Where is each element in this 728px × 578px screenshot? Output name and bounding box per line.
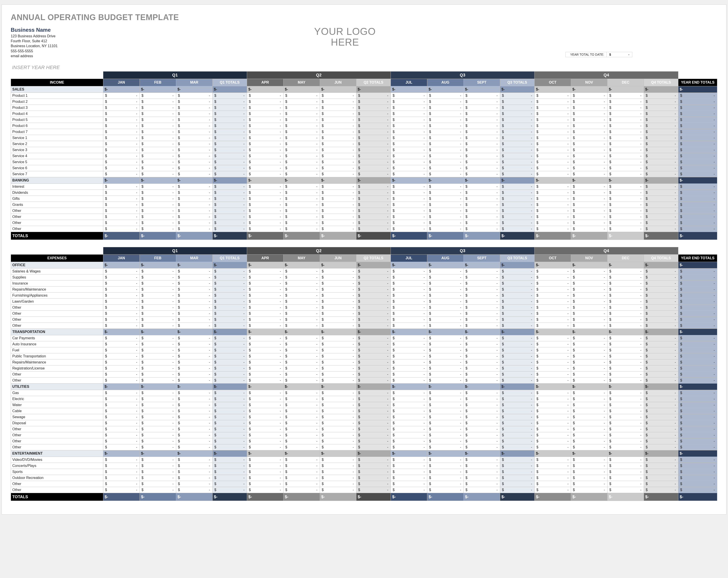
value-cell[interactable] [427, 487, 464, 493]
value-cell[interactable] [571, 432, 607, 438]
value-cell[interactable] [607, 298, 644, 305]
value-cell[interactable] [607, 335, 644, 341]
value-cell[interactable] [320, 475, 356, 481]
value-cell[interactable] [535, 493, 571, 501]
value-cell[interactable] [247, 226, 283, 232]
value-cell[interactable] [427, 274, 464, 280]
value-cell[interactable] [283, 262, 320, 268]
value-cell[interactable] [535, 274, 571, 280]
value-cell[interactable] [103, 475, 139, 481]
value-cell[interactable] [283, 402, 320, 408]
value-cell[interactable] [176, 129, 212, 135]
value-cell[interactable] [103, 105, 139, 111]
value-cell[interactable] [283, 457, 320, 463]
value-cell[interactable] [464, 171, 500, 177]
value-cell[interactable] [103, 377, 139, 383]
value-cell[interactable] [427, 305, 464, 311]
value-cell[interactable] [103, 329, 139, 335]
value-cell[interactable] [103, 359, 139, 365]
value-cell[interactable] [247, 153, 283, 159]
value-cell[interactable] [535, 353, 571, 359]
value-cell[interactable] [464, 347, 500, 353]
value-cell[interactable] [139, 402, 176, 408]
value-cell[interactable] [391, 129, 427, 135]
value-cell[interactable] [176, 123, 212, 129]
value-cell[interactable] [391, 420, 427, 426]
value-cell[interactable] [607, 86, 644, 93]
value-cell[interactable] [283, 171, 320, 177]
value-cell[interactable] [283, 153, 320, 159]
value-cell[interactable] [247, 469, 283, 475]
value-cell[interactable] [535, 341, 571, 347]
value-cell[interactable] [247, 171, 283, 177]
value-cell[interactable] [247, 371, 283, 377]
value-cell[interactable] [427, 111, 464, 117]
value-cell[interactable] [320, 232, 356, 240]
value-cell[interactable] [391, 189, 427, 195]
value-cell[interactable] [247, 117, 283, 123]
value-cell[interactable] [427, 99, 464, 105]
value-cell[interactable] [464, 335, 500, 341]
value-cell[interactable] [247, 487, 283, 493]
value-cell[interactable] [103, 226, 139, 232]
value-cell[interactable] [320, 457, 356, 463]
value-cell[interactable] [320, 286, 356, 292]
value-cell[interactable] [464, 341, 500, 347]
value-cell[interactable] [427, 159, 464, 165]
value-cell[interactable] [283, 316, 320, 322]
value-cell[interactable] [247, 475, 283, 481]
value-cell[interactable] [247, 444, 283, 450]
value-cell[interactable] [391, 305, 427, 311]
value-cell[interactable] [571, 444, 607, 450]
value-cell[interactable] [247, 383, 283, 390]
value-cell[interactable] [176, 262, 212, 268]
value-cell[interactable] [139, 195, 176, 202]
value-cell[interactable] [283, 408, 320, 414]
value-cell[interactable] [320, 450, 356, 457]
value-cell[interactable] [535, 184, 571, 189]
value-cell[interactable] [391, 475, 427, 481]
value-cell[interactable] [103, 159, 139, 165]
value-cell[interactable] [535, 377, 571, 383]
value-cell[interactable] [247, 426, 283, 432]
value-cell[interactable] [391, 408, 427, 414]
value-cell[interactable] [571, 457, 607, 463]
value-cell[interactable] [139, 469, 176, 475]
value-cell[interactable] [320, 153, 356, 159]
value-cell[interactable] [176, 335, 212, 341]
value-cell[interactable] [427, 481, 464, 487]
value-cell[interactable] [464, 408, 500, 414]
value-cell[interactable] [571, 402, 607, 408]
value-cell[interactable] [571, 105, 607, 111]
value-cell[interactable] [247, 305, 283, 311]
value-cell[interactable] [103, 311, 139, 316]
value-cell[interactable] [391, 280, 427, 286]
value-cell[interactable] [320, 214, 356, 220]
value-cell[interactable] [535, 93, 571, 99]
value-cell[interactable] [535, 189, 571, 195]
value-cell[interactable] [283, 117, 320, 123]
value-cell[interactable] [320, 268, 356, 274]
value-cell[interactable] [176, 298, 212, 305]
value-cell[interactable] [103, 396, 139, 402]
value-cell[interactable] [103, 214, 139, 220]
value-cell[interactable] [607, 93, 644, 99]
value-cell[interactable] [176, 487, 212, 493]
value-cell[interactable] [535, 117, 571, 123]
value-cell[interactable] [139, 329, 176, 335]
value-cell[interactable] [320, 493, 356, 501]
value-cell[interactable] [607, 202, 644, 208]
value-cell[interactable] [391, 316, 427, 322]
value-cell[interactable] [247, 408, 283, 414]
value-cell[interactable] [139, 377, 176, 383]
value-cell[interactable] [103, 93, 139, 99]
value-cell[interactable] [391, 450, 427, 457]
value-cell[interactable] [139, 117, 176, 123]
value-cell[interactable] [247, 322, 283, 329]
value-cell[interactable] [427, 135, 464, 141]
value-cell[interactable] [571, 153, 607, 159]
value-cell[interactable] [139, 220, 176, 226]
value-cell[interactable] [391, 444, 427, 450]
value-cell[interactable] [320, 311, 356, 316]
value-cell[interactable] [320, 396, 356, 402]
